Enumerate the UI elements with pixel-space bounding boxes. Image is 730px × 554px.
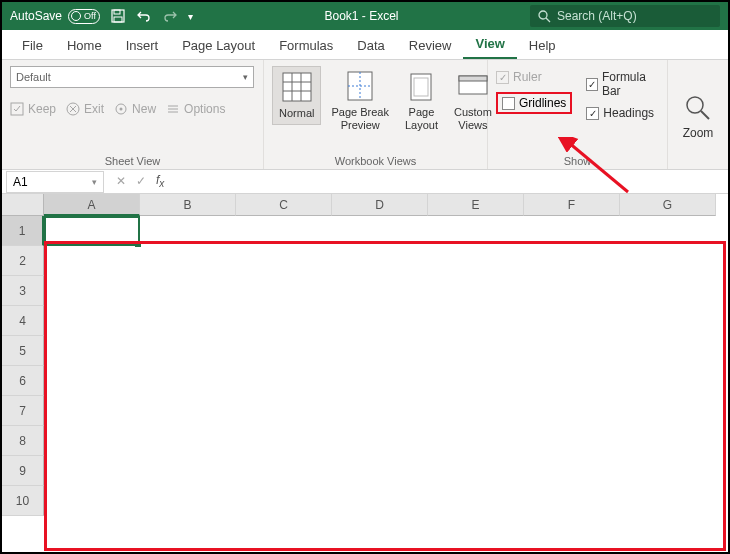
ribbon: Default ▾ Keep Exit New Options <box>2 60 728 170</box>
formula-bar-checkbox[interactable]: ✓ Formula Bar <box>586 70 659 98</box>
column-headers: ABCDEFG <box>44 194 716 216</box>
svg-rect-1 <box>114 10 120 14</box>
tab-home[interactable]: Home <box>55 32 114 59</box>
row-header-7[interactable]: 7 <box>2 396 44 426</box>
group-workbook-views: Normal Page Break Preview Page Layout Cu… <box>264 60 488 169</box>
svg-point-8 <box>120 108 123 111</box>
autosave-toggle[interactable]: AutoSave Off <box>10 9 100 24</box>
tab-formulas[interactable]: Formulas <box>267 32 345 59</box>
sheet-view-dropdown[interactable]: Default ▾ <box>10 66 254 88</box>
formula-bar: A1 ▾ ✕ ✓ fx <box>2 170 728 194</box>
custom-views-icon <box>457 70 489 102</box>
search-icon <box>538 10 551 23</box>
column-header-A[interactable]: A <box>44 194 140 216</box>
svg-line-4 <box>546 18 550 22</box>
row-header-8[interactable]: 8 <box>2 426 44 456</box>
group-label-show: Show <box>496 151 659 167</box>
options-icon <box>166 102 180 116</box>
row-header-2[interactable]: 2 <box>2 246 44 276</box>
page-break-button[interactable]: Page Break Preview <box>325 66 394 136</box>
row-header-3[interactable]: 3 <box>2 276 44 306</box>
tab-page-layout[interactable]: Page Layout <box>170 32 267 59</box>
save-icon[interactable] <box>110 8 126 24</box>
fx-icon[interactable]: fx <box>156 173 164 189</box>
document-title: Book1 - Excel <box>193 9 530 23</box>
tab-review[interactable]: Review <box>397 32 464 59</box>
enter-icon: ✓ <box>136 174 146 188</box>
row-header-4[interactable]: 4 <box>2 306 44 336</box>
new-button: New <box>114 102 156 116</box>
headings-checkbox[interactable]: ✓ Headings <box>586 106 659 120</box>
tab-insert[interactable]: Insert <box>114 32 171 59</box>
exit-button: Exit <box>66 102 104 116</box>
exit-icon <box>66 102 80 116</box>
undo-icon[interactable] <box>136 8 152 24</box>
column-header-E[interactable]: E <box>428 194 524 216</box>
row-header-5[interactable]: 5 <box>2 336 44 366</box>
spreadsheet-grid: ABCDEFG 12345678910 <box>2 194 728 552</box>
svg-rect-12 <box>283 73 311 101</box>
column-header-G[interactable]: G <box>620 194 716 216</box>
cancel-icon: ✕ <box>116 174 126 188</box>
name-box[interactable]: A1 ▾ <box>6 171 104 193</box>
column-header-D[interactable]: D <box>332 194 428 216</box>
zoom-icon <box>684 94 712 122</box>
redo-icon[interactable] <box>162 8 178 24</box>
new-icon <box>114 102 128 116</box>
checkbox-icon[interactable]: ✓ <box>586 107 599 120</box>
checkbox-icon: ✓ <box>496 71 509 84</box>
row-headers: 12345678910 <box>2 216 44 516</box>
svg-line-25 <box>701 111 709 119</box>
search-placeholder: Search (Alt+Q) <box>557 9 637 23</box>
tab-data[interactable]: Data <box>345 32 396 59</box>
group-zoom: Zoom <box>668 60 728 169</box>
title-bar: AutoSave Off ▾ Book1 - Excel Search (Alt… <box>2 2 728 30</box>
row-header-10[interactable]: 10 <box>2 486 44 516</box>
group-label-workbook-views: Workbook Views <box>272 151 479 167</box>
active-cell[interactable] <box>44 216 140 246</box>
group-sheet-view: Default ▾ Keep Exit New Options <box>2 60 264 169</box>
normal-view-button[interactable]: Normal <box>272 66 321 125</box>
zoom-button[interactable]: Zoom <box>683 94 714 140</box>
svg-point-3 <box>539 11 547 19</box>
ribbon-tabs: File Home Insert Page Layout Formulas Da… <box>2 30 728 60</box>
tab-file[interactable]: File <box>10 32 55 59</box>
gridlines-checkbox[interactable]: Gridlines <box>496 92 572 114</box>
ruler-checkbox: ✓ Ruler <box>496 70 572 84</box>
keep-button: Keep <box>10 102 56 116</box>
row-header-6[interactable]: 6 <box>2 366 44 396</box>
column-header-C[interactable]: C <box>236 194 332 216</box>
tab-help[interactable]: Help <box>517 32 568 59</box>
row-header-9[interactable]: 9 <box>2 456 44 486</box>
tab-view[interactable]: View <box>463 30 516 59</box>
normal-view-icon <box>281 71 313 103</box>
svg-rect-23 <box>459 76 487 81</box>
group-label-sheet-view: Sheet View <box>10 151 255 167</box>
keep-icon <box>10 102 24 116</box>
options-button: Options <box>166 102 225 116</box>
column-header-B[interactable]: B <box>140 194 236 216</box>
group-show: ✓ Ruler Gridlines ✓ Formula Bar ✓ Headin… <box>488 60 668 169</box>
svg-point-24 <box>687 97 703 113</box>
autosave-label: AutoSave <box>10 9 62 23</box>
page-layout-button[interactable]: Page Layout <box>399 66 444 136</box>
page-break-icon <box>344 70 376 102</box>
checkbox-icon[interactable] <box>502 97 515 110</box>
page-layout-icon <box>405 70 437 102</box>
svg-rect-2 <box>114 17 122 22</box>
checkbox-icon[interactable]: ✓ <box>586 78 598 91</box>
search-box[interactable]: Search (Alt+Q) <box>530 5 720 27</box>
cells-area[interactable] <box>44 216 716 516</box>
autosave-switch[interactable]: Off <box>68 9 100 24</box>
column-header-F[interactable]: F <box>524 194 620 216</box>
row-header-1[interactable]: 1 <box>2 216 44 246</box>
select-all-corner[interactable] <box>2 194 44 216</box>
